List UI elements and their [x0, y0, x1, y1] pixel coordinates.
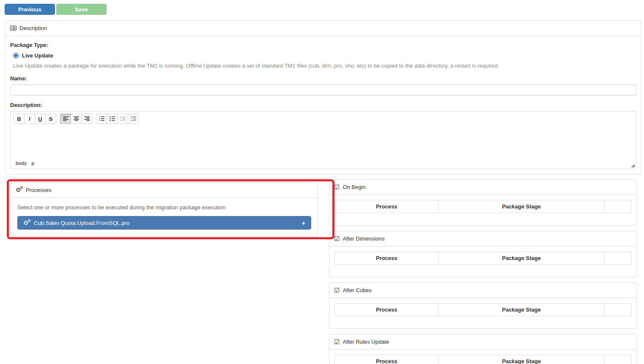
processes-panel-body: Select one or more processes to be execu…	[11, 198, 318, 236]
package-editor-page: Previous Save Description Package Type:	[0, 0, 644, 364]
stage-process-table: Process Package Stage	[334, 303, 631, 316]
indent-button[interactable]	[128, 114, 139, 124]
package-type-option-live-update: Live Update	[13, 52, 636, 59]
align-center-icon	[74, 116, 79, 121]
description-panel-body: Package Type: Live Update Live Update cr…	[5, 36, 641, 174]
stage-panel-after-cubes: ☑ After Cubes Process Package Stage	[329, 282, 637, 329]
editor-element-path: body p	[11, 159, 636, 169]
package-type-help-text: Live Update creates a package for execut…	[13, 63, 636, 69]
element-path-body[interactable]: body	[16, 161, 27, 166]
stage-panel-body: Process Package Stage	[329, 350, 636, 364]
description-panel-header: Description	[5, 21, 641, 36]
italic-button[interactable]: I	[24, 114, 35, 124]
description-panel: Description Package Type: Live Update Li…	[5, 20, 641, 175]
stage-panel-body: Process Package Stage	[329, 298, 636, 321]
stage-panel-title: After Rules Update	[343, 339, 389, 345]
stage-process-table: Process Package Stage	[334, 252, 631, 265]
stage-panel-header: ☑ After Cubes	[329, 283, 636, 298]
bold-button[interactable]: B	[14, 114, 25, 124]
stage-panel-header: ☑ After Dimensions	[329, 231, 636, 246]
stage-panel-title: After Dimensions	[343, 235, 384, 242]
actions-column-header	[604, 304, 631, 316]
name-input[interactable]	[10, 85, 636, 96]
stage-process-table: Process Package Stage	[334, 200, 631, 213]
alignment-button-group	[60, 114, 92, 124]
package-stage-column-header: Package Stage	[438, 304, 605, 316]
text-style-button-group: B I U S	[14, 114, 56, 124]
live-update-radio-label: Live Update	[22, 52, 53, 59]
processes-help-text: Select one or more processes to be execu…	[17, 204, 313, 211]
align-left-button[interactable]	[60, 114, 71, 124]
strikethrough-icon: S	[49, 116, 53, 122]
process-column-header: Process	[335, 304, 438, 316]
left-column: ⚙ ⚙ Processes Select one or more process…	[0, 179, 329, 237]
stage-panel-body: Process Package Stage	[329, 195, 636, 218]
editor-toolbar: B I U S	[11, 112, 636, 126]
actions-column-header	[604, 200, 631, 213]
check-square-icon: ☑	[334, 236, 340, 241]
align-left-icon	[63, 116, 69, 121]
package-type-label: Package Type:	[10, 42, 636, 48]
stage-panel-title: After Cubes	[343, 287, 372, 293]
list-indent-button-group	[96, 114, 139, 124]
ordered-list-icon	[99, 116, 104, 121]
bold-icon: B	[17, 116, 21, 122]
ordered-list-button[interactable]	[96, 114, 107, 124]
unordered-list-icon	[110, 116, 115, 121]
process-item-label: Cub.Sales Quota.Upload.FromSQL.pro	[34, 220, 129, 226]
description-label: Description:	[10, 102, 636, 108]
save-button[interactable]: Save	[56, 4, 107, 15]
process-column-header: Process	[335, 355, 438, 364]
actions-column-header	[604, 355, 631, 364]
indent-icon	[131, 116, 136, 121]
stage-panel-after-dimensions: ☑ After Dimensions Process Package Stage	[329, 231, 637, 277]
processes-panel: ⚙ ⚙ Processes Select one or more process…	[11, 182, 318, 237]
editor-content-area[interactable]	[11, 126, 636, 159]
live-update-radio[interactable]	[13, 53, 19, 58]
name-label: Name:	[10, 75, 636, 82]
element-path-p[interactable]: p	[31, 161, 34, 166]
package-stage-column-header: Package Stage	[438, 200, 605, 213]
previous-button[interactable]: Previous	[5, 4, 55, 15]
check-square-icon: ☑	[334, 339, 340, 345]
right-column: ☑ On Begin Process Package Stage	[329, 179, 637, 364]
stage-panel-title: On Begin	[343, 184, 365, 190]
stage-panel-body: Process Package Stage	[329, 246, 636, 270]
lower-columns: ⚙ ⚙ Processes Select one or more process…	[0, 179, 644, 364]
align-center-button[interactable]	[71, 114, 82, 124]
unordered-list-button[interactable]	[107, 114, 118, 124]
italic-icon: I	[28, 115, 30, 122]
package-stage-column-header: Package Stage	[438, 355, 605, 364]
stage-panel-after-rules-update: ☑ After Rules Update Process Package Sta…	[329, 334, 637, 364]
stage-panel-header: ☑ On Begin	[329, 180, 636, 195]
process-list-item[interactable]: ⚙ ⚙ Cub.Sales Quota.Upload.FromSQL.pro +	[17, 216, 311, 230]
description-panel-title: Description	[19, 25, 47, 31]
outdent-button[interactable]	[117, 114, 128, 124]
rich-text-editor: B I U S	[10, 111, 636, 169]
stage-panel-on-begin: ☑ On Begin Process Package Stage	[329, 179, 637, 226]
actions-column-header	[604, 252, 631, 265]
processes-panel-title: Processes	[26, 187, 52, 193]
top-action-bar: Previous Save	[0, 0, 644, 15]
stage-process-table: Process Package Stage	[334, 355, 631, 364]
align-right-button[interactable]	[81, 114, 92, 124]
add-process-button plus-icon[interactable]: +	[301, 219, 305, 227]
check-square-icon: ☑	[334, 184, 340, 190]
outdent-icon	[120, 116, 126, 121]
processes-panel-header: ⚙ ⚙ Processes	[11, 183, 318, 198]
stage-panel-header: ☑ After Rules Update	[329, 334, 636, 350]
cogs-icon: ⚙ ⚙	[23, 220, 30, 226]
strikethrough-button[interactable]: S	[45, 114, 56, 124]
check-square-icon: ☑	[334, 287, 340, 293]
resize-handle-icon[interactable]	[631, 164, 635, 167]
align-right-icon	[84, 116, 90, 121]
cogs-icon: ⚙ ⚙	[16, 187, 23, 193]
process-column-header: Process	[335, 252, 438, 265]
list-alt-icon	[10, 25, 16, 31]
package-stage-column-header: Package Stage	[438, 252, 605, 265]
underline-icon: U	[38, 116, 42, 122]
underline-button[interactable]: U	[35, 114, 46, 124]
process-column-header: Process	[335, 200, 438, 213]
